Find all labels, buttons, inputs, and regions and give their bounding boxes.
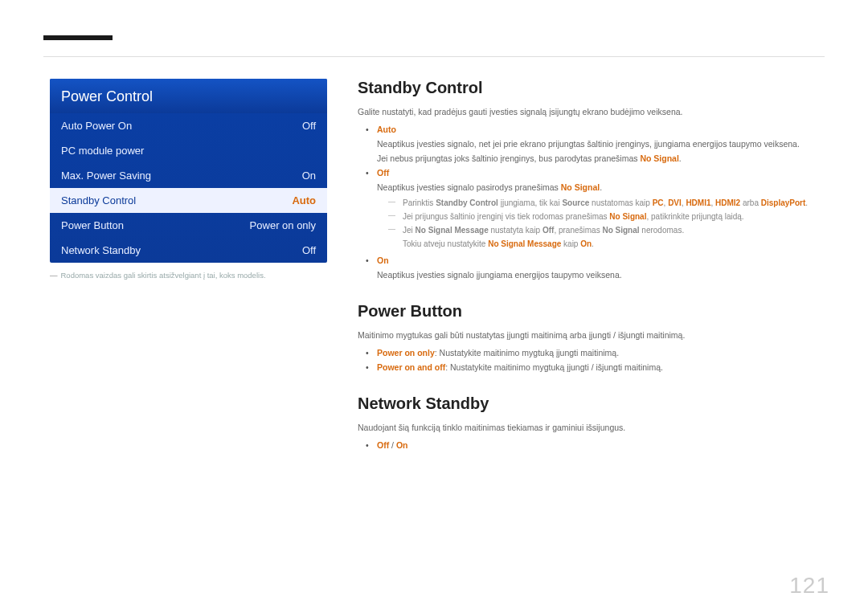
off-sub3: Jei No Signal Message nustatyta kaip Off… (395, 223, 825, 251)
heading-power-button: Power Button (358, 302, 825, 321)
osd-item-label: Max. Power Saving (61, 170, 151, 182)
pb-b1: Power on only: Nustatykite maitinimo myg… (369, 346, 825, 361)
osd-item-network-standby[interactable]: Network Standby Off (50, 238, 327, 263)
osd-item-standby-control[interactable]: Standby Control Auto (50, 188, 327, 213)
osd-item-value: Off (302, 120, 316, 132)
osd-item-max-power-saving[interactable]: Max. Power Saving On (50, 163, 327, 188)
footnote-text: Rodomas vaizdas gali skirtis atsižvelgia… (61, 271, 266, 280)
ns-opt: Off / On (369, 439, 825, 453)
bullet-auto: Auto Neaptikus įvesties signalo, net jei… (369, 123, 825, 166)
ns-intro: Naudojant šią funkciją tinklo maitinimas… (358, 421, 825, 434)
label-off: Off (377, 168, 389, 178)
off-lb: No Signal (561, 182, 600, 192)
osd-item-label: PC module power (61, 145, 144, 157)
label-on: On (377, 255, 389, 265)
section-network-standby: Network Standby Naudojant šią funkciją t… (358, 394, 825, 453)
osd-item-label: Power Button (61, 219, 124, 231)
header-rule (43, 56, 825, 57)
osd-item-value: Off (302, 244, 316, 256)
dash-icon: ― (50, 271, 58, 280)
pb-b2: Power on and off: Nustatykite maitinimo … (369, 361, 825, 375)
section-standby-control: Standby Control Galite nustatyti, kad pr… (358, 79, 825, 283)
osd-item-pc-module-power[interactable]: PC module power (50, 138, 327, 163)
auto-l2c: . (679, 153, 682, 163)
auto-l2b: No Signal (640, 153, 678, 163)
osd-item-label: Network Standby (61, 244, 141, 256)
off-la: Neaptikus įvesties signalo pasirodys pra… (377, 182, 561, 192)
heading-network-standby: Network Standby (358, 394, 825, 413)
ns-bullets: Off / On (369, 439, 825, 453)
bullet-on: On Neaptikus įvesties signalo įjungiama … (369, 254, 825, 283)
pb-intro: Maitinimo mygtukas gali būti nustatytas … (358, 329, 825, 341)
section-power-button: Power Button Maitinimo mygtukas gali būt… (358, 302, 825, 375)
header-accent-bar (43, 35, 113, 40)
osd-item-value: On (302, 170, 316, 182)
bullet-off: Off Neaptikus įvesties signalo pasirodys… (369, 166, 825, 251)
osd-item-value: Power on only (250, 219, 316, 231)
left-column: Power Control Auto Power On Off PC modul… (50, 79, 327, 472)
auto-l2a: Jei nebus prijungtas joks šaltinio įreng… (377, 153, 640, 163)
label-auto: Auto (377, 125, 396, 134)
content-columns: Power Control Auto Power On Off PC modul… (50, 79, 825, 472)
osd-menu-title: Power Control (50, 79, 327, 113)
standby-bullets: Auto Neaptikus įvesties signalo, net jei… (369, 123, 825, 283)
off-sub1: Parinktis Standby Control įjungiama, tik… (395, 196, 825, 210)
osd-item-power-button[interactable]: Power Button Power on only (50, 213, 327, 238)
osd-item-value: Auto (292, 194, 316, 206)
osd-item-label: Auto Power On (61, 120, 132, 132)
on-line: Neaptikus įvesties signalo įjungiama ene… (377, 270, 622, 280)
heading-standby-control: Standby Control (358, 79, 825, 97)
page-number: 121 (789, 573, 829, 599)
off-lc: . (600, 182, 602, 192)
off-sublist: Parinktis Standby Control įjungiama, tik… (395, 196, 825, 251)
osd-item-label: Standby Control (61, 194, 136, 206)
standby-intro: Galite nustatyti, kad pradėjus gauti įve… (358, 105, 825, 118)
right-column: Standby Control Galite nustatyti, kad pr… (358, 79, 825, 472)
pb-bullets: Power on only: Nustatykite maitinimo myg… (369, 346, 825, 375)
menu-footnote: ―Rodomas vaizdas gali skirtis atsižvelgi… (50, 271, 327, 280)
osd-item-auto-power-on[interactable]: Auto Power On Off (50, 113, 327, 138)
off-sub2: Jei prijungus šaltinio įrenginį vis tiek… (395, 210, 825, 223)
osd-menu-power-control: Power Control Auto Power On Off PC modul… (50, 79, 327, 263)
auto-l1: Neaptikus įvesties signalo, net jei prie… (377, 139, 800, 149)
